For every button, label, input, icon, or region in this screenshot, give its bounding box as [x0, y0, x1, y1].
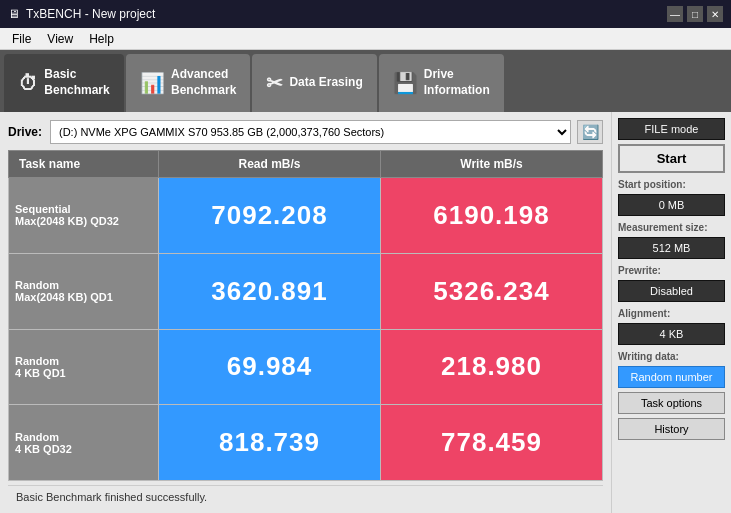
- start-position-label: Start position:: [618, 179, 725, 190]
- data-erasing-icon: ✂: [266, 71, 283, 95]
- read-value-cell: 69.984: [159, 329, 381, 405]
- tab-erasing-label: Data Erasing: [289, 75, 362, 91]
- write-value-cell: 218.980: [381, 329, 603, 405]
- col-write: Write mB/s: [381, 151, 603, 178]
- basic-benchmark-icon: ⏱: [18, 72, 38, 95]
- drive-row: Drive: (D:) NVMe XPG GAMMIX S70 953.85 G…: [8, 118, 603, 146]
- window-controls: — □ ✕: [667, 6, 723, 22]
- menu-help[interactable]: Help: [81, 30, 122, 48]
- drive-select[interactable]: (D:) NVMe XPG GAMMIX S70 953.85 GB (2,00…: [50, 120, 571, 144]
- task-options-button[interactable]: Task options: [618, 392, 725, 414]
- close-button[interactable]: ✕: [707, 6, 723, 22]
- tab-advanced-benchmark[interactable]: 📊 AdvancedBenchmark: [126, 54, 250, 112]
- table-row: RandomMax(2048 KB) QD1 3620.891 5326.234: [9, 253, 603, 329]
- file-mode-button[interactable]: FILE mode: [618, 118, 725, 140]
- task-name-cell: RandomMax(2048 KB) QD1: [9, 253, 159, 329]
- write-value: 778.459: [441, 427, 542, 457]
- write-value: 6190.198: [433, 200, 549, 230]
- drive-refresh-button[interactable]: 🔄: [577, 120, 603, 144]
- prewrite-label: Prewrite:: [618, 265, 725, 276]
- table-row: SequentialMax(2048 KB) QD32 7092.208 619…: [9, 178, 603, 254]
- task-name-cell: Random4 KB QD1: [9, 329, 159, 405]
- start-button[interactable]: Start: [618, 144, 725, 173]
- read-value: 3620.891: [211, 276, 327, 306]
- app-icon: 🖥: [8, 7, 20, 21]
- tab-basic-label: BasicBenchmark: [44, 67, 109, 98]
- results-table-wrapper: Task name Read mB/s Write mB/s Sequentia…: [8, 150, 603, 481]
- tab-advanced-label: AdvancedBenchmark: [171, 67, 236, 98]
- write-value-cell: 6190.198: [381, 178, 603, 254]
- alignment-value[interactable]: 4 KB: [618, 323, 725, 345]
- minimize-button[interactable]: —: [667, 6, 683, 22]
- write-value-cell: 778.459: [381, 405, 603, 481]
- right-panel: FILE mode Start Start position: 0 MB Mea…: [611, 112, 731, 513]
- tab-drive-information[interactable]: 💾 DriveInformation: [379, 54, 504, 112]
- read-value-cell: 7092.208: [159, 178, 381, 254]
- writing-data-value[interactable]: Random number: [618, 366, 725, 388]
- tab-basic-benchmark[interactable]: ⏱ BasicBenchmark: [4, 54, 124, 112]
- start-position-value[interactable]: 0 MB: [618, 194, 725, 216]
- col-read: Read mB/s: [159, 151, 381, 178]
- window-title: TxBENCH - New project: [26, 7, 155, 21]
- tab-drive-label: DriveInformation: [424, 67, 490, 98]
- measurement-size-label: Measurement size:: [618, 222, 725, 233]
- results-table: Task name Read mB/s Write mB/s Sequentia…: [8, 150, 603, 481]
- menu-view[interactable]: View: [39, 30, 81, 48]
- menu-bar: File View Help: [0, 28, 731, 50]
- task-name-cell: Random4 KB QD32: [9, 405, 159, 481]
- task-name-cell: SequentialMax(2048 KB) QD32: [9, 178, 159, 254]
- status-bar: Basic Benchmark finished successfully.: [8, 485, 603, 507]
- toolbar: ⏱ BasicBenchmark 📊 AdvancedBenchmark ✂ D…: [0, 50, 731, 112]
- read-value: 69.984: [227, 351, 313, 381]
- table-row: Random4 KB QD32 818.739 778.459: [9, 405, 603, 481]
- read-value: 818.739: [219, 427, 320, 457]
- left-panel: Drive: (D:) NVMe XPG GAMMIX S70 953.85 G…: [0, 112, 611, 513]
- main-area: Drive: (D:) NVMe XPG GAMMIX S70 953.85 G…: [0, 112, 731, 513]
- writing-data-label: Writing data:: [618, 351, 725, 362]
- status-text: Basic Benchmark finished successfully.: [16, 491, 207, 503]
- write-value: 218.980: [441, 351, 542, 381]
- read-value-cell: 3620.891: [159, 253, 381, 329]
- history-button[interactable]: History: [618, 418, 725, 440]
- write-value-cell: 5326.234: [381, 253, 603, 329]
- drive-label: Drive:: [8, 125, 44, 139]
- measurement-size-value[interactable]: 512 MB: [618, 237, 725, 259]
- tab-data-erasing[interactable]: ✂ Data Erasing: [252, 54, 376, 112]
- maximize-button[interactable]: □: [687, 6, 703, 22]
- read-value: 7092.208: [211, 200, 327, 230]
- advanced-benchmark-icon: 📊: [140, 71, 165, 95]
- menu-file[interactable]: File: [4, 30, 39, 48]
- read-value-cell: 818.739: [159, 405, 381, 481]
- drive-info-icon: 💾: [393, 71, 418, 95]
- write-value: 5326.234: [433, 276, 549, 306]
- prewrite-value[interactable]: Disabled: [618, 280, 725, 302]
- col-task-name: Task name: [9, 151, 159, 178]
- title-bar: 🖥 TxBENCH - New project — □ ✕: [0, 0, 731, 28]
- table-row: Random4 KB QD1 69.984 218.980: [9, 329, 603, 405]
- alignment-label: Alignment:: [618, 308, 725, 319]
